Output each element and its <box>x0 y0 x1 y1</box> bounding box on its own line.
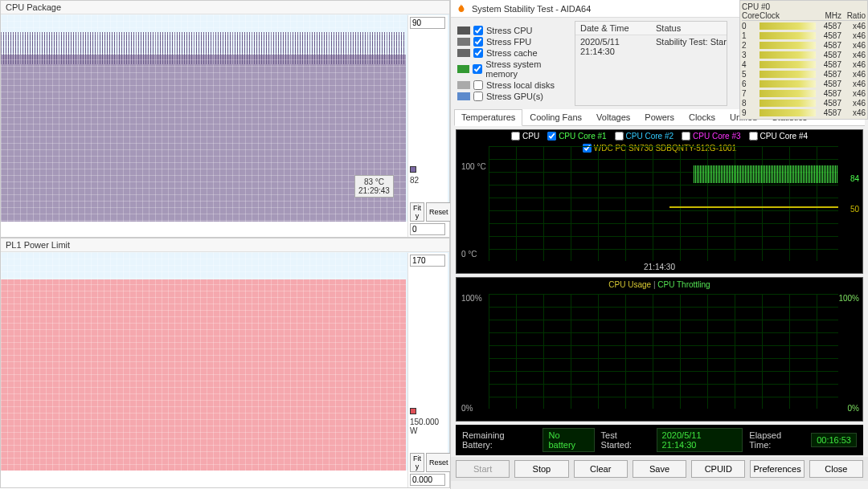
legend-checkbox[interactable] <box>749 132 758 141</box>
tooltip-temp: 83 °C <box>358 177 390 186</box>
legend-item[interactable]: CPU Core #1 <box>547 132 606 141</box>
cpu-core-row: 44587x46 <box>742 59 866 69</box>
legend-item[interactable]: CPU Core #2 <box>615 132 674 141</box>
stress-icon <box>457 81 470 89</box>
cpu-package-tooltip: 83 °C 21:29:43 <box>354 175 394 198</box>
cpu-core-row: 64587x46 <box>742 79 866 88</box>
stress-checkbox[interactable] <box>473 37 483 47</box>
legend-label: CPU Core #2 <box>626 132 674 141</box>
battery-label: Remaining Battery: <box>462 430 536 450</box>
cpu-panel-title: CPU #0 <box>742 2 866 11</box>
temp-value-core1: 84 <box>850 174 859 183</box>
stress-check[interactable]: Stress cache <box>457 48 571 58</box>
tab-cooling-fans[interactable]: Cooling Fans <box>522 109 589 125</box>
log-head-date: Date & Time <box>575 22 651 35</box>
col-ratio: Ratio <box>841 11 866 20</box>
legend-square-icon <box>410 166 416 173</box>
stress-check[interactable]: Stress GPU(s) <box>457 92 571 101</box>
pl1-ymin-input[interactable] <box>410 474 445 486</box>
battery-value: No battery <box>542 428 594 452</box>
stress-icon <box>457 38 470 46</box>
usage-axis-bottom: 0% <box>461 404 473 413</box>
stress-icon <box>457 26 470 35</box>
pl1-current-value: 150.000 W <box>410 418 446 435</box>
preferences-button[interactable]: Preferences <box>750 460 804 478</box>
cpu-core-row: 14587x46 <box>742 31 866 40</box>
col-core: Core <box>742 11 760 20</box>
tab-powers[interactable]: Powers <box>637 109 682 125</box>
elapsed-label: Elapsed Time: <box>749 430 805 450</box>
stress-label: Stress system memory <box>485 59 571 79</box>
tab-clocks[interactable]: Clocks <box>682 109 723 125</box>
stress-check[interactable]: Stress local disks <box>457 80 571 90</box>
stress-label: Stress FPU <box>486 37 531 47</box>
cpu-ymin-input[interactable] <box>410 223 445 235</box>
save-button[interactable]: Save <box>633 460 686 478</box>
legend-checkbox[interactable] <box>682 132 690 141</box>
cpu-core-row: 84587x46 <box>742 98 866 108</box>
legend-label: CPU <box>522 132 539 141</box>
stress-icon <box>457 65 469 73</box>
cpu-ymax-input[interactable] <box>410 17 445 29</box>
cpu-current-value: 82 <box>410 176 446 185</box>
cpu-core-row: 74587x46 <box>742 88 866 98</box>
stress-label: Stress cache <box>486 48 538 58</box>
legend-label: CPU Core #4 <box>760 132 808 141</box>
cpuid-button[interactable]: CPUID <box>691 460 745 478</box>
pl1-chart <box>1 252 449 471</box>
legend-item[interactable]: CPU Core #3 <box>682 132 740 141</box>
stop-button[interactable]: Stop <box>514 460 568 478</box>
col-clock: Clock <box>760 11 816 20</box>
temp-time-label: 21:14:30 <box>644 263 675 271</box>
legend-checkbox[interactable] <box>615 132 624 141</box>
stress-options: Stress CPUStress FPUStress cacheStress s… <box>454 21 575 106</box>
log-date-value: 2020/5/11 21:14:30 <box>575 35 651 58</box>
cpu-package-title: CPU Package <box>1 1 449 14</box>
start-button[interactable]: Start <box>456 460 510 478</box>
clear-button[interactable]: Clear <box>574 460 628 478</box>
window-title: System Stability Test - AIDA64 <box>472 4 591 14</box>
stress-label: Stress CPU <box>486 26 532 35</box>
col-mhz: MHz <box>816 11 841 20</box>
fit-y-button[interactable]: Fit y <box>410 453 424 472</box>
legend-checkbox[interactable] <box>511 132 520 141</box>
legend-checkbox[interactable] <box>547 132 556 141</box>
tooltip-time: 21:29:43 <box>358 186 390 195</box>
stress-check[interactable]: Stress CPU <box>457 26 571 35</box>
stress-checkbox[interactable] <box>473 92 483 101</box>
legend-square-icon <box>410 408 416 414</box>
pl1-title: PL1 Power Limit <box>1 238 449 252</box>
cpu-core-row: 54587x46 <box>742 69 866 79</box>
stress-check[interactable]: Stress system memory <box>457 59 571 79</box>
test-started-value: 2020/5/11 21:14:30 <box>657 428 743 452</box>
stress-check[interactable]: Stress FPU <box>457 37 571 47</box>
legend-item[interactable]: CPU <box>511 132 539 141</box>
usage-axis-top: 100% <box>461 294 482 303</box>
close-button[interactable]: Close <box>809 460 863 478</box>
cpu-cores-panel: CPU #0 Core Clock MHz Ratio 04587x461458… <box>739 0 868 120</box>
pl1-ymax-input[interactable] <box>410 255 445 267</box>
stress-checkbox[interactable] <box>473 80 483 90</box>
cpu-core-row: 24587x46 <box>742 40 866 50</box>
usage-title: CPU Usage | CPU Throttling <box>457 280 862 289</box>
stress-checkbox[interactable] <box>473 64 482 74</box>
tab-temperatures[interactable]: Temperatures <box>454 109 522 126</box>
reset-button[interactable]: Reset <box>426 453 452 472</box>
button-bar: Start Stop Clear Save CPUID Preferences … <box>451 457 868 481</box>
stress-checkbox[interactable] <box>473 48 483 58</box>
log-head-status: Status <box>651 22 727 35</box>
temperatures-graph: CPUCPU Core #1CPU Core #2CPU Core #3CPU … <box>456 129 863 274</box>
temp-value-ssd: 50 <box>850 205 859 214</box>
usage-axis-rtop: 100% <box>838 294 859 303</box>
legend-item[interactable]: CPU Core #4 <box>749 132 808 141</box>
legend-label: CPU Core #1 <box>559 132 606 141</box>
test-started-label: Test Started: <box>601 430 650 450</box>
temp-axis-bottom: 0 °C <box>461 250 477 259</box>
fit-y-button[interactable]: Fit y <box>410 202 424 222</box>
cpu-core-row: 04587x46 <box>742 21 866 31</box>
stress-checkbox[interactable] <box>473 26 483 35</box>
cpu-package-chart: 83 °C 21:29:43 <box>1 14 449 222</box>
reset-button[interactable]: Reset <box>426 202 452 222</box>
cpu-core-row: 34587x46 <box>742 50 866 59</box>
tab-voltages[interactable]: Voltages <box>589 109 637 125</box>
